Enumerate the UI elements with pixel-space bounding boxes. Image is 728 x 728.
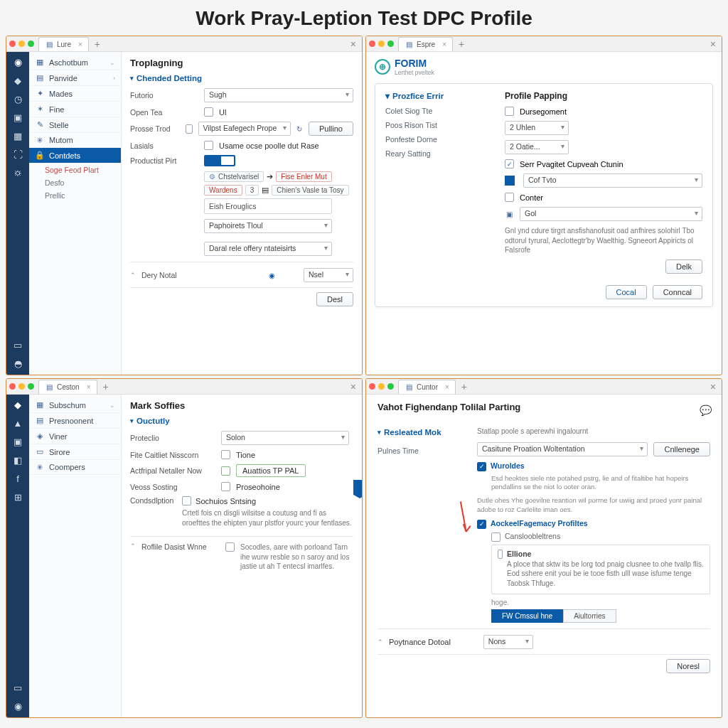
clock-icon[interactable]: ◷ — [12, 93, 23, 105]
info-icon[interactable]: ◉ — [267, 271, 277, 280]
close-tab-icon[interactable]: × — [445, 383, 449, 391]
checkbox-checked[interactable] — [477, 520, 486, 529]
sidebar-item[interactable]: ✎Stelle — [29, 117, 121, 133]
sidebar-sub-item[interactable]: Prellic — [29, 189, 121, 202]
refresh-icon[interactable]: ↻ — [296, 124, 303, 134]
sidebar-item[interactable]: ▦Aschotbum⌄ — [29, 55, 121, 70]
sidebar-item[interactable]: ⛯Mutom — [29, 133, 121, 148]
checkbox[interactable] — [182, 496, 191, 505]
browser-tab[interactable]: ▤Ceston× — [38, 380, 97, 394]
new-tab-button[interactable]: + — [95, 38, 100, 50]
min-dot[interactable] — [378, 41, 385, 47]
min-dot[interactable] — [378, 383, 385, 390]
modal-nav-item[interactable]: Poos Rison Tist — [385, 118, 492, 132]
select[interactable]: Daral rele offery ntateisirts — [204, 242, 332, 256]
browser-tab[interactable]: ▤Espre× — [398, 37, 453, 51]
settings-icon[interactable]: ⊞ — [12, 491, 23, 503]
min-dot[interactable] — [18, 383, 25, 390]
sidebar-item[interactable]: ▭Sirore — [29, 444, 121, 460]
done-button[interactable]: Noresl — [666, 659, 710, 673]
close-dot[interactable] — [369, 383, 375, 390]
globe-icon[interactable]: ◉ — [12, 56, 23, 68]
cloud-icon[interactable]: ▭ — [12, 339, 23, 350]
chevron-icon[interactable]: ⌃ — [130, 272, 136, 279]
select[interactable]: Paphoirets Tloul — [204, 219, 332, 233]
window-close-icon[interactable]: × — [348, 38, 359, 50]
done-button[interactable]: Desl — [316, 292, 353, 306]
sidebar-item-active[interactable]: 🔒Contdets — [29, 148, 121, 164]
select[interactable]: Casitune Proation Woltentation — [477, 442, 648, 456]
select-prosse[interactable]: Vilpst Eafegech Prope — [198, 122, 291, 136]
sidebar-item[interactable]: ▤Presnoonent — [29, 413, 121, 429]
help-icon[interactable]: ▭ — [12, 682, 23, 693]
select-none[interactable]: Nons — [483, 635, 533, 649]
new-tab-button[interactable]: + — [103, 381, 109, 392]
user-icon[interactable]: ▲ — [12, 417, 23, 429]
checkbox[interactable] — [505, 193, 514, 202]
sidebar-item[interactable]: ▤Panvide› — [29, 70, 121, 86]
select[interactable]: Solon — [221, 431, 349, 445]
modal-nav-item[interactable]: Colet Siog Tte — [385, 104, 492, 118]
checkbox-checked[interactable] — [477, 462, 486, 471]
share-icon[interactable]: f — [12, 473, 23, 484]
sidebar-item[interactable]: ✶Fine — [29, 102, 121, 117]
sidebar-item[interactable]: ⛯Coompers — [29, 460, 121, 475]
checkbox[interactable] — [491, 532, 500, 542]
section-toggle[interactable]: ▾Chended Detting — [130, 74, 353, 82]
select[interactable]: 2 Uhlen — [505, 121, 569, 135]
tag[interactable]: Chien's Vasle ta Tosy — [272, 185, 348, 196]
close-tab-icon[interactable]: × — [442, 41, 446, 48]
chart-icon[interactable]: ⛶ — [12, 149, 23, 160]
color-swatch[interactable] — [505, 176, 515, 186]
home-icon[interactable]: ◆ — [12, 399, 23, 410]
section-toggle[interactable]: ▾Ouctutly — [130, 417, 353, 425]
folder-icon[interactable]: ▦ — [12, 130, 23, 141]
checkbox[interactable] — [505, 107, 514, 116]
mini-tab-active[interactable]: FW Cmssul hne — [491, 609, 563, 623]
tag-error[interactable]: Fise Enler Mut — [276, 171, 331, 182]
close-dot[interactable] — [9, 41, 16, 47]
gear-icon[interactable]: ⛭ — [12, 167, 23, 178]
min-dot[interactable] — [18, 41, 25, 47]
modal-nav-item[interactable]: Reary Satting — [385, 146, 492, 161]
checkbox[interactable] — [204, 107, 213, 117]
sidebar-sub-item[interactable]: Desfo — [29, 176, 121, 189]
window-close-icon[interactable]: × — [707, 381, 719, 392]
select[interactable]: Cof Tvto — [523, 173, 702, 188]
select[interactable]: Gol — [520, 207, 702, 221]
ok-button[interactable]: Cocal — [606, 285, 647, 299]
next-select[interactable]: Nsel — [304, 268, 353, 282]
select[interactable]: 2 Oatie... — [505, 140, 569, 154]
delk-button[interactable]: Delk — [665, 259, 702, 274]
checkbox[interactable] — [221, 482, 230, 491]
window-close-icon[interactable]: × — [707, 38, 719, 50]
checkbox[interactable] — [498, 550, 503, 559]
challenge-button[interactable]: Cnllenege — [653, 442, 710, 456]
chevron-icon[interactable]: ⌃ — [130, 542, 136, 550]
new-tab-button[interactable]: + — [459, 38, 464, 50]
close-tab-icon[interactable]: × — [78, 41, 82, 48]
checkbox[interactable] — [204, 141, 213, 150]
chat-icon[interactable]: 💬 — [701, 405, 710, 414]
help-icon[interactable]: ◓ — [12, 358, 23, 369]
sidebar-sub-item[interactable]: Soge Feod Plart — [29, 164, 121, 176]
sidebar-item[interactable]: ✦Mades — [29, 86, 121, 102]
browser-tab[interactable]: ▤Lure× — [38, 37, 89, 51]
close-dot[interactable] — [9, 383, 16, 390]
sidebar-item[interactable]: ◈Viner — [29, 429, 121, 444]
list-icon[interactable]: ▣ — [12, 436, 23, 447]
modal-nav-header[interactable]: ▾Prozfice Errir — [385, 91, 492, 101]
select-futorio[interactable]: Sugh — [204, 88, 353, 102]
max-dot[interactable] — [387, 41, 394, 47]
doc-icon[interactable]: ▣ — [12, 112, 23, 123]
chevron-icon[interactable]: ⌃ — [378, 638, 383, 646]
browser-tab[interactable]: ▤Cuntor× — [398, 380, 456, 394]
modal-nav-item[interactable]: Ponfeste Dorne — [385, 132, 492, 146]
gear-icon[interactable]: ◉ — [12, 700, 23, 712]
chart-icon[interactable]: ◧ — [12, 454, 23, 466]
tag[interactable]: ⚙Chstelvarisel — [204, 171, 264, 182]
window-close-icon[interactable]: × — [348, 381, 359, 392]
close-tab-icon[interactable]: × — [87, 383, 91, 391]
max-dot[interactable] — [28, 383, 34, 390]
new-tab-button[interactable]: + — [461, 381, 467, 392]
